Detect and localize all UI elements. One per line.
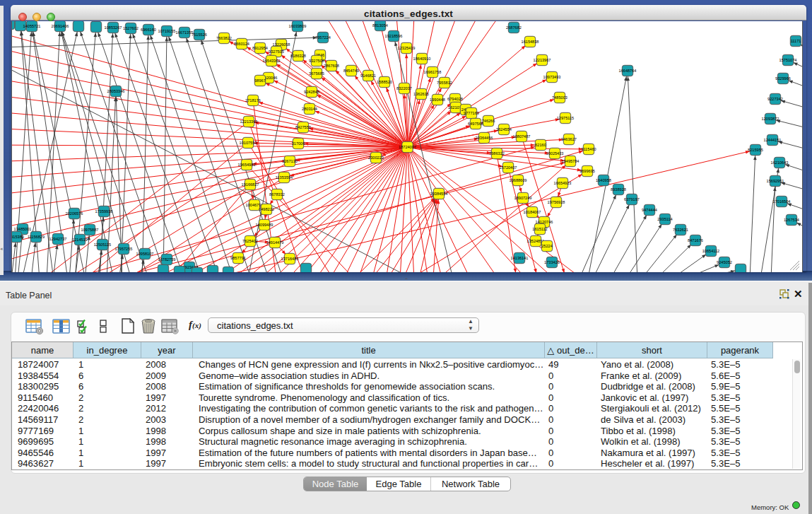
svg-text:8938928: 8938928 (611, 187, 626, 192)
svg-text:12213369: 12213369 (240, 119, 258, 124)
svg-text:1588520: 1588520 (377, 80, 392, 84)
svg-text:12213967: 12213967 (534, 58, 551, 62)
svg-text:10107553: 10107553 (240, 141, 257, 145)
svg-text:16033809: 16033809 (289, 24, 307, 28)
svg-text:2935114: 2935114 (657, 217, 672, 221)
svg-text:19384554: 19384554 (430, 192, 448, 196)
svg-text:6379197: 6379197 (624, 197, 640, 201)
svg-text:317006: 317006 (292, 141, 305, 146)
svg-text:9115460: 9115460 (581, 147, 596, 151)
svg-text:12975115: 12975115 (557, 116, 574, 120)
svg-text:7986322: 7986322 (489, 151, 505, 156)
svg-text:3915389: 3915389 (12, 235, 24, 239)
svg-text:6966160: 6966160 (141, 28, 156, 32)
svg-text:10975887: 10975887 (81, 228, 99, 232)
svg-text:2300223: 2300223 (368, 156, 384, 160)
svg-text:18724007: 18724007 (399, 145, 416, 149)
svg-text:15720407: 15720407 (500, 165, 517, 170)
svg-text:3624554: 3624554 (496, 127, 512, 132)
svg-text:15692951: 15692951 (767, 179, 784, 183)
svg-text:18640910: 18640910 (413, 57, 431, 61)
svg-text:9242848: 9242848 (304, 90, 319, 94)
svg-text:8813054: 8813054 (372, 23, 388, 28)
svg-text:1733426: 1733426 (544, 260, 560, 264)
svg-text:10719155: 10719155 (158, 29, 176, 33)
svg-text:1990448: 1990448 (430, 98, 445, 102)
svg-text:9474444: 9474444 (642, 208, 657, 212)
svg-text:12444151: 12444151 (764, 138, 782, 142)
svg-text:1640958: 1640958 (596, 178, 611, 182)
svg-text:9245052: 9245052 (717, 260, 732, 264)
svg-text:9857791: 9857791 (230, 256, 246, 260)
svg-text:13716485: 13716485 (281, 257, 299, 261)
svg-text:3675685: 3675685 (309, 71, 324, 76)
svg-text:8322037: 8322037 (396, 86, 412, 90)
svg-text:28053346: 28053346 (107, 89, 125, 93)
svg-text:7955812: 7955812 (437, 81, 452, 85)
svg-text:19495784: 19495784 (562, 159, 579, 163)
svg-text:10973493: 10973493 (543, 75, 561, 79)
svg-text:3267130: 3267130 (282, 159, 298, 163)
svg-text:9146821: 9146821 (360, 74, 376, 78)
svg-text:12325419: 12325419 (398, 46, 416, 50)
svg-text:9699695: 9699695 (579, 169, 595, 173)
svg-text:7485003: 7485003 (552, 95, 567, 100)
svg-text:19654983: 19654983 (238, 163, 256, 167)
svg-text:10688609: 10688609 (510, 178, 527, 182)
svg-text:14136141: 14136141 (511, 256, 529, 260)
svg-text:16210643: 16210643 (771, 160, 789, 165)
svg-text:8471676: 8471676 (688, 238, 703, 243)
svg-text:98967: 98967 (254, 78, 266, 83)
svg-text:2867608: 2867608 (324, 64, 339, 68)
svg-text:2687682: 2687682 (506, 25, 522, 30)
svg-text:13485001: 13485001 (14, 227, 32, 231)
svg-text:18907249: 18907249 (514, 196, 532, 200)
svg-text:7625402: 7625402 (242, 239, 258, 243)
svg-text:11171: 11171 (791, 39, 801, 43)
svg-text:8215955: 8215955 (748, 148, 763, 152)
svg-text:25224: 25224 (541, 244, 553, 248)
svg-text:7957224: 7957224 (315, 35, 331, 40)
svg-text:10184067: 10184067 (524, 210, 541, 214)
svg-text:6497568: 6497568 (468, 122, 483, 126)
svg-text:6794028: 6794028 (447, 97, 463, 101)
svg-text:16961758: 16961758 (424, 70, 442, 74)
svg-text:16543362: 16543362 (263, 59, 281, 63)
svg-text:11156829: 11156829 (28, 235, 45, 239)
svg-text:8186328: 8186328 (290, 54, 306, 58)
svg-text:12942737: 12942737 (49, 237, 67, 241)
svg-text:2718176: 2718176 (245, 98, 261, 103)
svg-text:14099489: 14099489 (256, 223, 273, 227)
svg-text:19166827: 19166827 (242, 182, 259, 187)
svg-text:14055721: 14055721 (23, 24, 41, 28)
svg-text:2803144: 2803144 (302, 107, 317, 111)
svg-text:17016504: 17016504 (773, 199, 791, 204)
svg-text:10025433: 10025433 (546, 151, 564, 156)
svg-text:7515526: 7515526 (192, 33, 207, 37)
svg-text:8660124: 8660124 (234, 42, 249, 46)
svg-text:20691406: 20691406 (52, 24, 69, 28)
svg-text:7632621: 7632621 (673, 228, 688, 232)
svg-text:62160: 62160 (535, 143, 546, 147)
svg-text:10654112: 10654112 (702, 249, 719, 253)
svg-text:17957255: 17957255 (115, 247, 133, 251)
svg-text:10853267: 10853267 (105, 25, 122, 30)
svg-text:12093872: 12093872 (762, 117, 779, 121)
svg-text:16654923: 16654923 (554, 181, 572, 185)
svg-text:3498222: 3498222 (259, 207, 274, 211)
svg-text:9777169: 9777169 (464, 111, 479, 115)
svg-text:7663822: 7663822 (216, 36, 232, 40)
svg-text:16782759: 16782759 (158, 257, 176, 262)
svg-text:9327505: 9327505 (269, 49, 284, 54)
svg-text:8427552: 8427552 (295, 125, 311, 129)
svg-text:10958107: 10958107 (136, 252, 154, 256)
svg-text:1267534: 1267534 (784, 218, 799, 222)
svg-text:10807487: 10807487 (513, 134, 531, 139)
svg-text:17359938: 17359938 (95, 209, 113, 214)
svg-text:9227342: 9227342 (767, 97, 783, 101)
svg-text:16648764: 16648764 (619, 69, 637, 73)
svg-text:1362615: 1362615 (413, 92, 429, 96)
svg-text:20206576: 20206576 (66, 211, 83, 216)
svg-text:9329966: 9329966 (775, 76, 791, 81)
svg-text:12505115: 12505115 (94, 243, 111, 247)
